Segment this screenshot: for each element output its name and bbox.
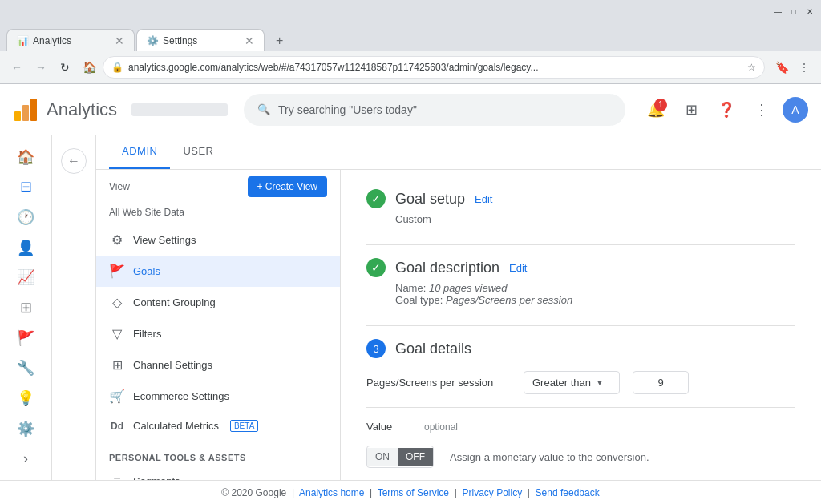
svg-rect-1 (22, 105, 29, 121)
goal-setup-edit-link[interactable]: Edit (475, 193, 492, 205)
analytics-tab-close[interactable]: ✕ (115, 34, 124, 47)
help-button[interactable]: ❓ (712, 95, 741, 124)
sidebar-activity-button[interactable]: 📈 (6, 264, 45, 292)
greater-than-dropdown[interactable]: Greater than ▼ (524, 371, 620, 394)
nav-item-segments[interactable]: ≡ Segments (96, 466, 340, 480)
tab-analytics[interactable]: 📊 Analytics ✕ (6, 29, 135, 51)
pages-per-session-row: Pages/Screens per session Greater than ▼ (366, 371, 795, 394)
goal-setup-meta: Custom (395, 213, 795, 225)
goal-details-number-icon: 3 (366, 339, 386, 358)
calculated-metrics-icon: Dd (109, 421, 125, 432)
segments-icon: ≡ (109, 474, 125, 480)
goal-name-label: Name: (395, 282, 426, 294)
sidebar-bulb-button[interactable]: 💡 (6, 385, 45, 412)
admin-subnav: ← (52, 135, 96, 480)
apps-button[interactable]: ⊞ (677, 95, 706, 124)
all-web-data-label: All Web Site Data (96, 204, 340, 224)
back-browser-button[interactable]: ← (6, 57, 27, 78)
sidebar-expand-button[interactable]: › (6, 445, 45, 472)
logo-area: Analytics (13, 97, 228, 123)
pages-per-session-label: Pages/Screens per session (366, 377, 511, 389)
tab-user[interactable]: USER (170, 135, 226, 169)
value-label: Value (366, 421, 415, 433)
footer-analytics-home[interactable]: Analytics home (299, 487, 364, 498)
divider-3 (366, 407, 795, 408)
beta-badge: BETA (230, 420, 258, 432)
notifications-button[interactable]: 🔔 1 (641, 95, 670, 124)
sidebar-settings-button[interactable]: ⚙️ (6, 415, 45, 442)
goal-desc-check-icon: ✓ (366, 258, 386, 277)
value-row: Value optional (366, 421, 795, 433)
sidebar-home-button[interactable]: 🏠 (6, 143, 45, 171)
extensions-icon[interactable]: 🔖 (771, 57, 792, 78)
address-bar[interactable]: 🔒 analytics.google.com/analytics/web/#/a… (103, 56, 765, 79)
number-input[interactable] (633, 371, 689, 394)
close-button[interactable]: ✕ (805, 6, 815, 16)
minimize-button[interactable]: — (773, 6, 783, 16)
search-icon: 🔍 (257, 103, 270, 115)
search-bar[interactable]: 🔍 Try searching "Users today" (244, 94, 625, 126)
sidebar-flag-button[interactable]: 🚩 (6, 325, 45, 352)
tab-admin[interactable]: ADMIN (109, 135, 170, 169)
nav-item-calculated-metrics[interactable]: Dd Calculated Metrics BETA (96, 412, 340, 440)
browser-toolbar: ← → ↻ 🏠 🔒 analytics.google.com/analytics… (0, 51, 821, 83)
star-icon[interactable]: ☆ (747, 62, 756, 73)
more-options-button[interactable]: ⋮ (747, 95, 776, 124)
nav-item-content-grouping[interactable]: ◇ Content Grouping (96, 287, 340, 318)
toggle-off-side[interactable]: OFF (398, 448, 433, 466)
filters-icon: ▽ (109, 326, 125, 341)
sidebar-table-button[interactable]: ⊞ (6, 294, 45, 321)
content-grouping-icon: ◇ (109, 295, 125, 310)
goal-setup-title: Goal setup (395, 191, 465, 208)
goal-name-value: 10 pages viewed (429, 282, 508, 294)
left-panel: View + Create View All Web Site Data ⚙ V… (96, 170, 341, 480)
lock-icon: 🔒 (111, 62, 123, 73)
nav-item-channel-settings[interactable]: ⊞ Channel Settings (96, 349, 340, 381)
footer-copyright: © 2020 Google (221, 487, 286, 498)
goal-description-title: Goal description (395, 260, 499, 276)
browser-chrome: 📊 Analytics ✕ ⚙️ Settings ✕ + ← → ↻ 🏠 🔒 … (0, 22, 821, 84)
top-nav-actions: 🔔 1 ⊞ ❓ ⋮ A (641, 95, 808, 124)
divider-2 (366, 325, 795, 326)
footer-send-feedback[interactable]: Send feedback (536, 487, 600, 498)
channel-settings-label: Channel Settings (133, 359, 212, 371)
left-sidebar: 🏠 ⊟ 🕐 👤 📈 ⊞ 🚩 🔧 💡 ⚙️ › (0, 135, 52, 480)
new-tab-button[interactable]: + (269, 30, 289, 51)
nav-item-ecommerce[interactable]: 🛒 Ecommerce Settings (96, 381, 340, 412)
settings-tab-close[interactable]: ✕ (245, 34, 254, 47)
goals-icon: 🚩 (109, 264, 125, 279)
toggle-on-side[interactable]: ON (367, 448, 398, 466)
nav-item-view-settings[interactable]: ⚙ View Settings (96, 224, 340, 256)
ecommerce-label: Ecommerce Settings (133, 390, 229, 402)
value-toggle-switch[interactable]: ON OFF (366, 446, 434, 468)
sidebar-clock-button[interactable]: 🕐 (6, 204, 45, 231)
sidebar-dashboard-button[interactable]: ⊟ (6, 174, 45, 201)
goal-desc-edit-link[interactable]: Edit (509, 262, 527, 274)
dropdown-arrow-icon: ▼ (596, 378, 604, 387)
more-tools-icon[interactable]: ⋮ (794, 57, 815, 78)
footer-privacy-policy[interactable]: Privacy Policy (462, 487, 522, 498)
sidebar-users-button[interactable]: 👤 (6, 234, 45, 261)
tab-settings[interactable]: ⚙️ Settings ✕ (136, 29, 265, 51)
optional-label: optional (424, 421, 458, 433)
refresh-button[interactable]: ↻ (55, 57, 75, 78)
create-view-button[interactable]: + Create View (248, 176, 328, 197)
goal-description-section: ✓ Goal description Edit Name: 10 pages v… (366, 258, 795, 306)
user-avatar-button[interactable]: A (783, 97, 808, 123)
value-description: Assign a monetary value to the conversio… (450, 451, 649, 463)
footer-terms-service[interactable]: Terms of Service (378, 487, 449, 498)
nav-item-goals[interactable]: 🚩 Goals (96, 256, 340, 287)
forward-browser-button[interactable]: → (30, 57, 51, 78)
filters-label: Filters (133, 328, 161, 340)
goal-description-meta: Name: 10 pages viewed Goal type: Pages/S… (395, 282, 795, 306)
sidebar-tools-button[interactable]: 🔧 (6, 354, 45, 381)
settings-tab-title: Settings (163, 35, 240, 46)
home-button[interactable]: 🏠 (79, 57, 99, 78)
nav-item-filters[interactable]: ▽ Filters (96, 318, 340, 349)
maximize-button[interactable]: □ (789, 6, 799, 16)
window-controls: — □ ✕ (0, 0, 821, 22)
right-panel: ✓ Goal setup Edit Custom ✓ Goal (341, 170, 821, 480)
back-nav-button[interactable]: ← (61, 148, 87, 174)
analytics-logo (13, 97, 38, 123)
goal-setup-sub: Custom (395, 213, 431, 225)
